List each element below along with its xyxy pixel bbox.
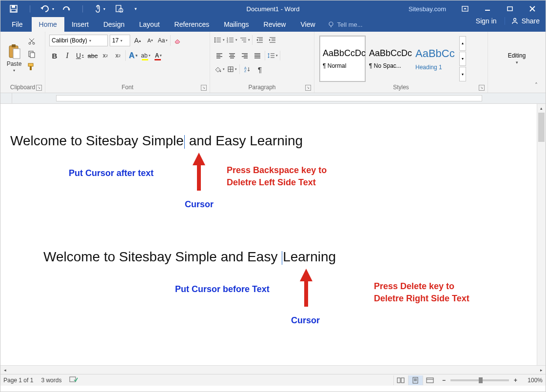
style-no-spacing[interactable]: AaBbCcDc ¶ No Spac... [366, 36, 412, 82]
web-layout-button[interactable] [423, 375, 437, 385]
scroll-left-button[interactable]: ◂ [0, 368, 9, 372]
underline-button[interactable]: U▾ [75, 50, 85, 61]
save-button[interactable] [4, 2, 23, 16]
svg-line-5 [122, 11, 123, 12]
tab-review[interactable]: Review [256, 17, 293, 32]
zoom-out-button[interactable]: − [440, 377, 448, 384]
font-family-value: Calibri (Body) [52, 37, 87, 44]
document-canvas[interactable]: Welcome to Sitesbay Simple and Easy Lear… [0, 104, 537, 365]
horizontal-ruler[interactable] [56, 95, 482, 101]
change-case-button[interactable]: Aa▾ [157, 35, 168, 46]
align-center-button[interactable] [227, 50, 237, 61]
borders-button[interactable]: ▾ [227, 64, 237, 75]
grow-font-button[interactable]: A▴ [132, 35, 143, 46]
maximize-button[interactable] [499, 1, 521, 17]
subscript-button[interactable]: x2 [100, 50, 111, 61]
minimize-button[interactable] [476, 1, 499, 17]
align-right-button[interactable] [239, 50, 250, 61]
annotation-cursor-2: Cursor [291, 315, 320, 326]
clear-formatting-button[interactable] [173, 35, 183, 46]
decrease-indent-button[interactable] [254, 35, 265, 45]
multilevel-list-button[interactable]: ▾ [239, 35, 250, 45]
print-preview-button[interactable] [110, 2, 128, 16]
undo-button[interactable]: ▾ [38, 2, 56, 16]
line-spacing-button[interactable]: ▾ [267, 50, 278, 61]
svg-rect-75 [397, 378, 400, 383]
gallery-scroll-up[interactable]: ▴ [459, 36, 466, 51]
tab-file[interactable]: File [4, 17, 32, 32]
zoom-in-button[interactable]: + [512, 377, 519, 384]
tell-me-search[interactable]: Tell me... [323, 17, 368, 32]
collapse-ribbon-button[interactable]: ˄ [530, 80, 543, 91]
zoom-level[interactable]: 100% [522, 377, 543, 384]
clipboard-dialog-launcher[interactable]: ↘ [36, 85, 42, 91]
horizontal-scrollbar[interactable]: ◂ ▸ [0, 365, 546, 374]
sign-in-button[interactable]: Sign in [468, 17, 505, 25]
scroll-up-button[interactable]: ▴ [537, 104, 546, 113]
strikethrough-button[interactable]: abc [87, 50, 98, 61]
tab-mailings[interactable]: Mailings [216, 17, 256, 32]
highlight-button[interactable]: ab▾ [140, 50, 151, 61]
vertical-scroll-thumb[interactable] [538, 113, 545, 142]
show-paragraph-marks-button[interactable]: ¶ [254, 64, 265, 75]
tab-home[interactable]: Home [32, 17, 64, 32]
style-normal[interactable]: AaBbCcDc ¶ Normal [319, 36, 366, 82]
tab-references[interactable]: References [167, 17, 217, 32]
gallery-expand[interactable]: ▾ [459, 67, 466, 81]
zoom-slider-knob[interactable] [479, 377, 483, 383]
svg-text:A: A [244, 66, 247, 70]
paragraph-dialog-launcher[interactable]: ↘ [305, 85, 311, 91]
tab-layout[interactable]: Layout [132, 17, 167, 32]
spell-check-icon[interactable] [69, 376, 78, 384]
bold-button[interactable]: B [49, 50, 60, 61]
svg-rect-21 [29, 51, 33, 57]
bullets-button[interactable]: ▾ [214, 35, 225, 45]
svg-rect-15 [12, 44, 16, 47]
tab-selector[interactable] [0, 93, 12, 103]
paste-button[interactable]: Paste ▾ [3, 34, 25, 83]
increase-indent-button[interactable] [267, 35, 278, 45]
scroll-right-button[interactable]: ▸ [537, 368, 546, 372]
tab-design[interactable]: Design [96, 17, 132, 32]
shading-button[interactable]: ▾ [214, 64, 225, 75]
styles-dialog-launcher[interactable]: ↘ [479, 85, 485, 91]
format-painter-button[interactable] [27, 62, 37, 72]
print-layout-button[interactable] [408, 375, 423, 385]
page-count[interactable]: Page 1 of 1 [3, 377, 33, 384]
text-effects-button[interactable]: A▾ [128, 50, 138, 61]
paragraph-group-label: Paragraph [248, 84, 275, 91]
tab-view[interactable]: View [293, 17, 322, 32]
font-dialog-launcher[interactable]: ↘ [201, 85, 207, 91]
vertical-scrollbar[interactable]: ▴ ▾ [537, 104, 546, 374]
tab-insert[interactable]: Insert [64, 17, 96, 32]
qat-dropdown[interactable]: ▾ [129, 2, 142, 16]
justify-button[interactable] [252, 50, 263, 61]
touch-mode-button[interactable]: ▾ [90, 2, 109, 16]
superscript-button[interactable]: x2 [113, 50, 123, 61]
style-heading-1[interactable]: AaBbCc Heading 1 [412, 36, 458, 82]
font-family-combo[interactable]: Calibri (Body)▾ [49, 35, 108, 46]
read-mode-button[interactable] [393, 375, 408, 385]
svg-rect-69 [228, 67, 233, 72]
font-size-combo[interactable]: 17▾ [110, 35, 130, 46]
align-left-button[interactable] [214, 50, 225, 61]
quick-access-toolbar: │ ▾ │ ▾ ▾ [0, 2, 142, 16]
ribbon-display-options-button[interactable] [454, 1, 476, 17]
copy-button[interactable] [27, 49, 37, 59]
gallery-scroll-down[interactable]: ▾ [459, 52, 466, 66]
sort-button[interactable]: AZ [242, 64, 253, 75]
share-button[interactable]: Share [505, 17, 546, 25]
italic-button[interactable]: I [62, 50, 73, 61]
svg-text:2: 2 [227, 39, 228, 41]
close-button[interactable] [521, 1, 544, 17]
shrink-font-button[interactable]: A▾ [145, 35, 156, 46]
numbering-button[interactable]: 123▾ [227, 35, 237, 45]
editing-menu[interactable]: Editing ▾ [502, 34, 531, 83]
svg-line-20 [29, 39, 33, 42]
word-count[interactable]: 3 words [41, 377, 61, 384]
zoom-slider[interactable] [450, 379, 509, 381]
font-color-button[interactable]: A▾ [153, 50, 164, 61]
redo-button[interactable] [57, 2, 76, 16]
cut-button[interactable] [27, 37, 37, 46]
svg-text:Z: Z [244, 69, 247, 73]
